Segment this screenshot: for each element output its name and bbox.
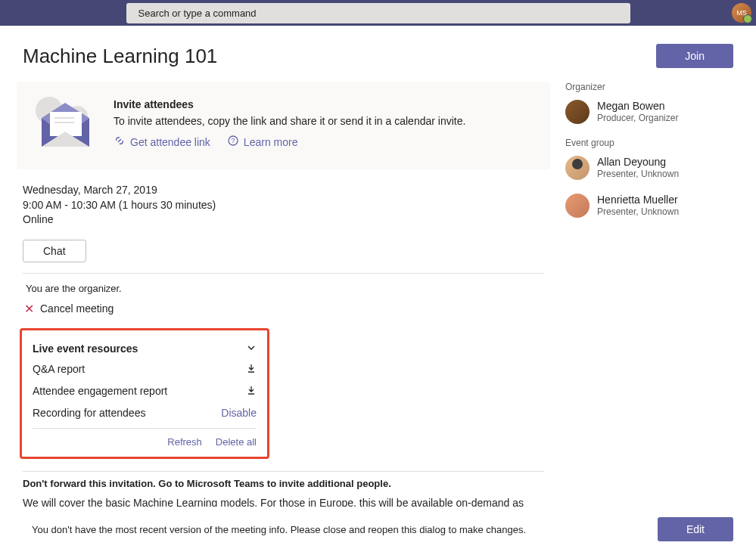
- event-group-person[interactable]: Allan Deyoung Presenter, Unknown: [565, 156, 739, 180]
- avatar: [565, 156, 590, 180]
- chevron-down-icon: [246, 343, 257, 355]
- help-icon: ?: [227, 135, 239, 149]
- cancel-meeting-button[interactable]: ✕ Cancel meeting: [17, 299, 550, 328]
- meeting-info: Wednesday, March 27, 2019 9:00 AM - 10:3…: [17, 183, 550, 228]
- cancel-label: Cancel meeting: [40, 302, 114, 315]
- recording-row: Recording for attendees Disable: [33, 402, 257, 423]
- organizer-person[interactable]: Megan Bowen Producer, Organizer: [565, 100, 739, 124]
- avatar-initials: MS: [736, 9, 747, 17]
- page-title: Machine Learning 101: [23, 45, 217, 68]
- avatar: [565, 194, 590, 218]
- person-role: Presenter, Unknown: [597, 206, 679, 217]
- get-attendee-link[interactable]: Get attendee link: [114, 135, 210, 149]
- event-group-person[interactable]: Henrietta Mueller Presenter, Unknown: [565, 194, 739, 218]
- qna-report-row: Q&A report: [33, 358, 257, 380]
- envelope-icon: [30, 95, 100, 156]
- resources-toggle[interactable]: Live event resources: [33, 339, 257, 358]
- person-name: Allan Deyoung: [597, 156, 679, 168]
- person-role: Presenter, Unknown: [597, 169, 679, 179]
- search-input[interactable]: Search or type a command: [126, 3, 630, 23]
- top-bar: Search or type a command MS: [0, 0, 756, 26]
- footer-note: You don't have the most recent version o…: [32, 524, 526, 535]
- recording-label: Recording for attendees: [33, 407, 145, 419]
- disable-link[interactable]: Disable: [221, 407, 257, 419]
- page-header: Machine Learning 101 Join: [0, 26, 756, 82]
- learn-more-link[interactable]: ? Learn more: [227, 135, 298, 149]
- person-role: Producer, Organizer: [597, 113, 678, 123]
- engagement-report-row: Attendee engagement report: [33, 380, 257, 402]
- attendees-sidebar: Organizer Megan Bowen Producer, Organize…: [565, 82, 739, 514]
- forward-warning: Don't forward this invitation. Go to Mic…: [17, 472, 550, 494]
- engagement-label: Attendee engagement report: [33, 385, 167, 397]
- join-button[interactable]: Join: [656, 44, 733, 68]
- download-icon[interactable]: [246, 363, 257, 376]
- person-name: Megan Bowen: [597, 100, 678, 112]
- delete-all-link[interactable]: Delete all: [216, 436, 257, 448]
- user-avatar[interactable]: MS: [732, 3, 751, 23]
- live-event-resources: Live event resources Q&A report Attendee…: [20, 328, 269, 459]
- edit-button[interactable]: Edit: [658, 517, 733, 541]
- learn-more-label: Learn more: [244, 136, 298, 148]
- invite-description: To invite attendees, copy the link and s…: [114, 115, 537, 127]
- qna-label: Q&A report: [33, 363, 85, 375]
- organizer-note: You are the organizer.: [17, 274, 550, 299]
- link-icon: [114, 135, 126, 149]
- refresh-link[interactable]: Refresh: [167, 436, 202, 448]
- person-name: Henrietta Mueller: [597, 194, 679, 206]
- svg-text:?: ?: [231, 137, 235, 144]
- close-icon: ✕: [24, 302, 34, 316]
- get-link-label: Get attendee link: [130, 136, 210, 148]
- avatar: [565, 100, 590, 124]
- meeting-location: Online: [23, 212, 544, 228]
- meeting-time: 9:00 AM - 10:30 AM (1 hours 30 minutes): [23, 198, 544, 213]
- main-content: Invite attendees To invite attendees, co…: [17, 82, 553, 514]
- chat-button[interactable]: Chat: [23, 240, 86, 262]
- invite-card: Invite attendees To invite attendees, co…: [17, 82, 550, 169]
- organizer-section-label: Organizer: [565, 82, 739, 92]
- meeting-date: Wednesday, March 27, 2019: [23, 183, 544, 198]
- event-group-section-label: Event group: [565, 138, 739, 148]
- invite-title: Invite attendees: [114, 98, 537, 110]
- footer: You don't have the most recent version o…: [0, 507, 756, 558]
- resources-title: Live event resources: [33, 343, 138, 355]
- download-icon[interactable]: [246, 385, 257, 398]
